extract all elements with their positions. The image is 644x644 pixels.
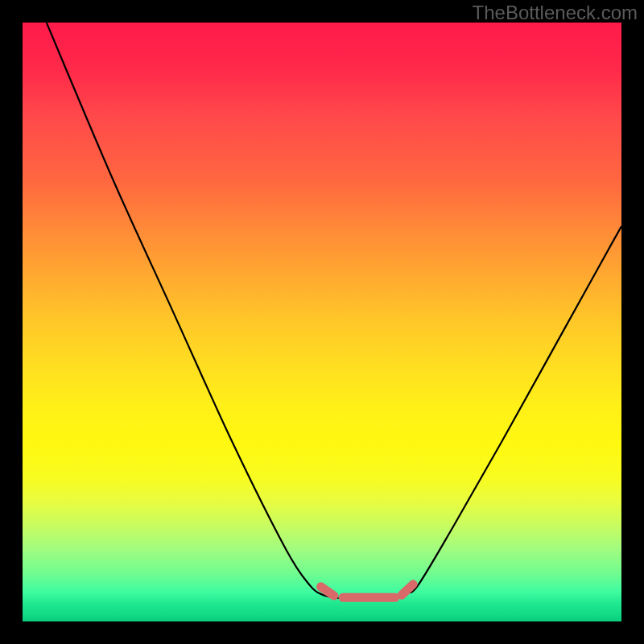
watermark-text: TheBottleneck.com	[473, 2, 638, 24]
chart-marker-segment	[402, 584, 413, 595]
chart-svg	[23, 23, 621, 621]
chart-marker-segments	[321, 584, 414, 597]
chart-plot-area	[23, 23, 621, 621]
chart-curve-line	[47, 23, 621, 599]
